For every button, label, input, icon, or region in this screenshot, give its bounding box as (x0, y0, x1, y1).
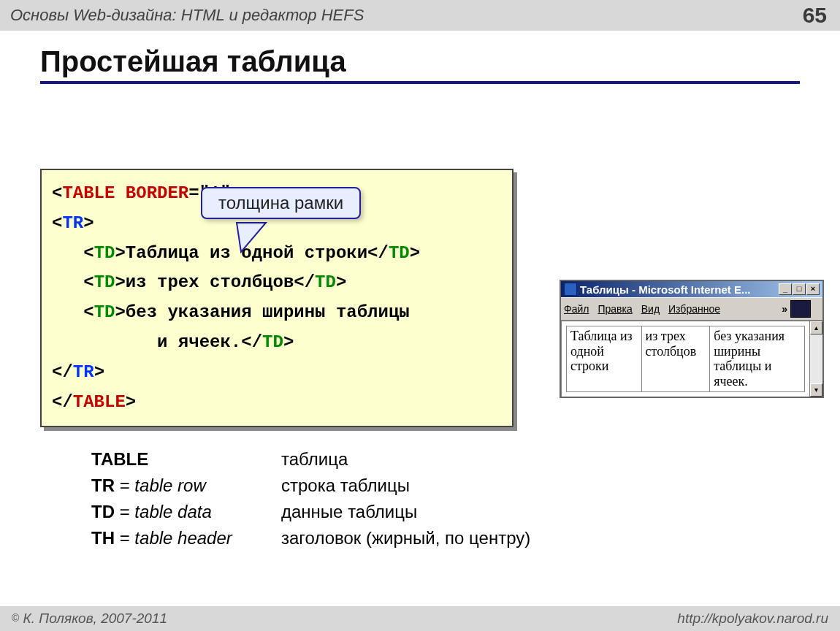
ie-title-text: Таблицы - Microsoft Internet E... (580, 283, 779, 296)
ie-viewport: Таблица из одной строки из трех столбцов… (561, 321, 822, 397)
ie-preview-window: Таблицы - Microsoft Internet E... _ □ × … (560, 280, 824, 398)
close-button[interactable]: × (806, 283, 820, 295)
scroll-down-icon[interactable]: ▾ (810, 383, 822, 397)
svg-marker-0 (237, 223, 266, 252)
def-row: TABLE таблица (91, 449, 800, 470)
slide-footer: © К. Поляков, 2007-2011 http://kpolyakov… (0, 606, 840, 631)
ie-titlebar: Таблицы - Microsoft Internet E... _ □ × (561, 281, 822, 297)
def-row: TH = table header заголовок (жирный, по … (91, 528, 800, 548)
def-row: TR = table row строка таблицы (91, 475, 800, 496)
ie-throbber-icon (790, 300, 811, 318)
ie-app-icon (564, 283, 577, 296)
callout-border-width: толщина рамки (201, 187, 361, 219)
ie-menubar: Файл Правка Вид Избранное » (561, 297, 822, 321)
minimize-button[interactable]: _ (779, 283, 792, 295)
scroll-up-icon[interactable]: ▴ (810, 321, 822, 334)
menu-file[interactable]: Файл (564, 303, 589, 315)
table-cell: без указания ширины таблицы и ячеек. (710, 326, 805, 392)
slide-header: Основы Web-дизайна: HTML и редактор HEFS… (0, 0, 840, 31)
rendered-table: Таблица из одной строки из трех столбцов… (566, 326, 805, 392)
definitions-list: TABLE таблица TR = table row строка табл… (91, 449, 800, 548)
table-cell: из трех столбцов (641, 326, 710, 392)
table-row: Таблица из одной строки из трех столбцов… (567, 326, 805, 392)
menu-favorites[interactable]: Избранное (668, 303, 720, 315)
breadcrumb: Основы Web-дизайна: HTML и редактор HEFS (10, 6, 364, 25)
def-row: TD = table data данные таблицы (91, 502, 800, 522)
page-title: Простейшая таблица (40, 45, 800, 84)
footer-right: http://kpolyakov.narod.ru (677, 611, 828, 627)
scroll-track[interactable] (810, 334, 822, 383)
scrollbar[interactable]: ▴ ▾ (809, 321, 822, 397)
menu-more-icon[interactable]: » (782, 303, 787, 315)
footer-left: © К. Поляков, 2007-2011 (12, 611, 167, 627)
table-cell: Таблица из одной строки (567, 326, 642, 392)
maximize-button[interactable]: □ (793, 283, 806, 295)
menu-edit[interactable]: Правка (597, 303, 632, 315)
page-number: 65 (803, 3, 827, 28)
menu-view[interactable]: Вид (641, 303, 660, 315)
